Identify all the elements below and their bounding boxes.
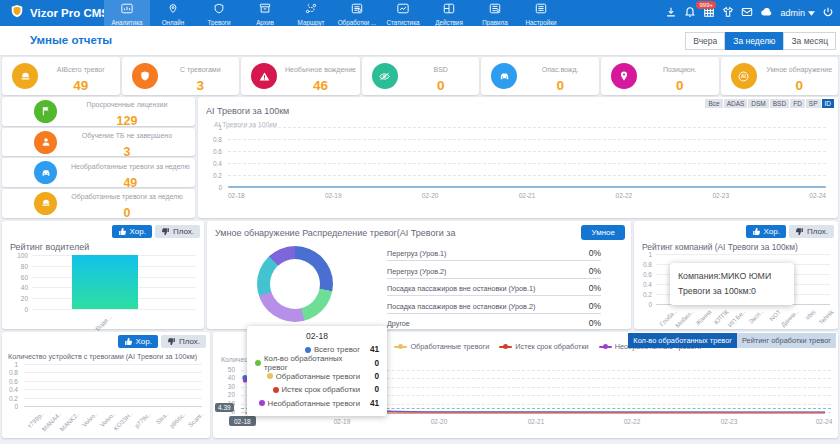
kpi-bsd[interactable]: BSD0 [362, 57, 480, 95]
y-tick: 0 [0, 403, 18, 410]
good-label: Хор. [764, 227, 780, 236]
range-yesterday-button[interactable]: Вчера [685, 32, 725, 50]
kpi-with-alarms[interactable]: С тревогами3 [122, 57, 240, 95]
mail-icon[interactable] [741, 4, 753, 22]
stat-expired-licenses[interactable]: Просроченные лицензии129 [2, 97, 195, 126]
stat-unprocessed-alarms-week[interactable]: Необработанные тревоги за неделю49 [2, 158, 195, 187]
nav-item-rules[interactable]: Правила [472, 0, 518, 26]
nav-item-processing[interactable]: Обработки ... [334, 0, 380, 26]
y-tick: 40 [8, 284, 28, 291]
x-tick: Scani.. [187, 410, 205, 428]
panel-title: Умное обнаружение Распределение тревог(A… [215, 228, 456, 238]
range-month-button[interactable]: За месяц [783, 32, 836, 50]
tooltip-label: Необработанные тревоги [268, 399, 360, 408]
smart-button[interactable]: Умное [581, 225, 625, 240]
nav-item-archive[interactable]: Архив [242, 0, 288, 26]
stat-label: Просроченные лицензии [87, 101, 168, 108]
good-button[interactable]: Хор. [118, 335, 158, 348]
legend-item[interactable]: Истек срок обработки [499, 342, 588, 351]
brand-shield-icon [10, 3, 24, 23]
filter-chip-adas[interactable]: ADAS [724, 99, 748, 108]
alarm-processing-panel: Кол-во обработанных тревог Рейтинг обраб… [213, 332, 838, 438]
x-tick: 02-24 [811, 418, 837, 425]
range-week-button[interactable]: За неделю [725, 32, 783, 50]
filter-chip-dsm[interactable]: DSM [748, 99, 768, 108]
kpi-total-ai-alarms[interactable]: AIВсего тревог49 [2, 57, 120, 95]
nav-item-route[interactable]: Маршрут [288, 0, 334, 26]
y-tick: 30 [215, 383, 235, 390]
nav-item-settings[interactable]: Настройки [518, 0, 564, 26]
stat-label: Обучение ТБ не завершено [82, 132, 172, 139]
eye-off-icon [372, 63, 398, 89]
topbar-utilities: admin [665, 0, 840, 26]
nav-item-online[interactable]: Онлайн [150, 0, 196, 26]
y-tick: 0.2 [202, 172, 222, 179]
page-title: Умные отчеты [30, 34, 112, 46]
cloud-icon[interactable] [760, 4, 773, 22]
stat-processed-alarms-week[interactable]: Обработанные тревоги за неделю0 [2, 189, 195, 218]
y-tick: 0.4 [0, 386, 18, 393]
driver-bar[interactable] [72, 255, 138, 309]
nav-label: Настройки [526, 19, 557, 26]
kpi-label: Необычное вождение [285, 66, 356, 73]
kpi-unusual-driving[interactable]: Необычное вождение46 [241, 57, 360, 95]
nav-item-alarms[interactable]: Тревоги [196, 0, 242, 26]
kpi-dangerous-driving[interactable]: Опас.вожд.0 [481, 57, 599, 95]
kpi-smart-detection[interactable]: AI Умное обнаружение0 [721, 57, 839, 95]
kpi-label: Умное обнаружение [766, 66, 832, 73]
processed-count-button[interactable]: Кол-во обработанных тревог [628, 333, 737, 348]
pin-icon [611, 63, 637, 89]
filter-chip-sp[interactable]: SP [806, 99, 821, 108]
y-tick: 1 [202, 124, 222, 131]
notification-badge: 999+ [696, 1, 716, 9]
distribution-row: Перегруз (Уров.1) 0% [387, 243, 601, 261]
filter-chip-all[interactable]: Все [705, 99, 722, 108]
filter-chip-bsd[interactable]: BSD [770, 99, 789, 108]
user-name: admin [780, 8, 805, 18]
filter-chip-id[interactable]: ID [822, 99, 835, 108]
nav-label: Правила [482, 19, 508, 26]
tooltip-row: Необработанные тревоги 41 [255, 397, 379, 410]
y-tick: 0.2 [632, 291, 652, 298]
alarm-distribution-donut[interactable] [257, 246, 333, 322]
ai-alarms-panel: Все ADAS DSM BSD FD SP ID AI Тревоги за … [198, 97, 838, 218]
x-tick-active-chip[interactable]: 02-18 [229, 416, 256, 426]
distribution-label: Другое [387, 319, 410, 328]
download-icon[interactable] [665, 4, 677, 22]
distribution-label: Перегруз (Уров.1) [387, 249, 446, 258]
kpi-positioning[interactable]: Позицион.0 [601, 57, 719, 95]
bad-label: Плох. [179, 337, 200, 346]
panel-title: Рейтинг компаний (AI Тревоги за 100км) [642, 242, 798, 252]
bad-button[interactable]: Плох. [789, 225, 834, 238]
x-tick: Жанна [693, 308, 712, 327]
warning-triangle-icon [251, 63, 277, 89]
nav-item-actions[interactable]: Действия [426, 0, 472, 26]
good-button[interactable]: Хор. [112, 225, 152, 238]
top-navigation-bar: Vizor Pro CMS Аналитика Онлайн Тревоги А… [0, 0, 840, 26]
nav-item-analytics[interactable]: Аналитика [104, 0, 150, 26]
bad-button[interactable]: Плох. [161, 335, 206, 348]
bell-icon[interactable] [684, 4, 696, 22]
power-icon[interactable] [822, 4, 834, 22]
filter-chip-fd[interactable]: FD [790, 99, 805, 108]
x-tick: Мобил.. [673, 308, 694, 329]
legend-item[interactable]: Обработанные тревоги [394, 342, 489, 351]
x-tick: 02-19 [325, 192, 342, 199]
stat-training-incomplete[interactable]: Обучение ТБ не завершено3 [2, 128, 195, 157]
nav-item-statistics[interactable]: Статистика [380, 0, 426, 26]
x-tick: 02-21 [519, 192, 536, 199]
brand: Vizor Pro CMS [0, 3, 100, 23]
ai-x-axis: 02-18 02-19 02-20 02-21 02-22 02-23 02-2… [228, 192, 826, 199]
nav-label: Действия [435, 19, 463, 26]
processing-rating-button[interactable]: Рейтинг обработки тревог [737, 333, 836, 348]
tooltip-row: Истек срок обработки 0 [255, 383, 379, 396]
kpi-value: 46 [313, 78, 328, 93]
good-button[interactable]: Хор. [746, 225, 786, 238]
bad-button[interactable]: Плох. [155, 225, 200, 238]
bad-label: Плох. [807, 227, 828, 236]
alarm-icon [12, 63, 38, 89]
ai-flat-line [228, 186, 826, 188]
user-menu[interactable]: admin [780, 8, 815, 18]
stat-label: Обработанные тревоги за неделю [71, 193, 182, 200]
shirt-icon[interactable] [722, 4, 734, 22]
